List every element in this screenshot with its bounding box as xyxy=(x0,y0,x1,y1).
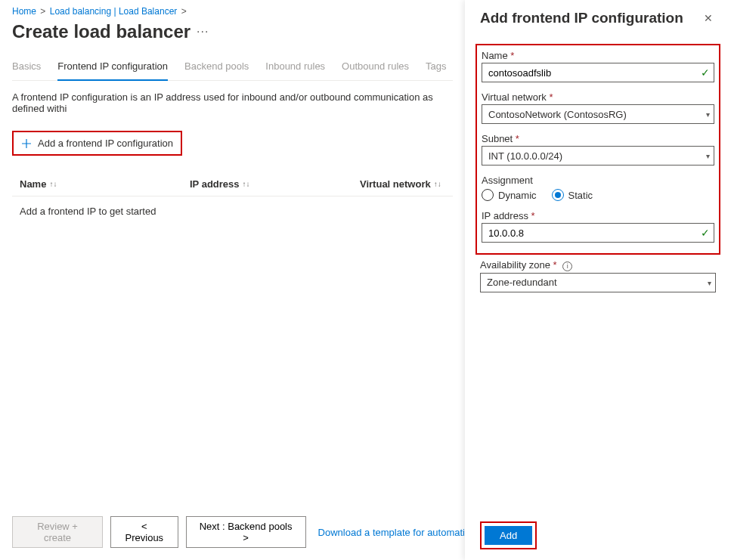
side-panel: Add frontend IP configuration ✕ Name * ✓… xyxy=(465,0,731,560)
previous-button[interactable]: < Previous xyxy=(110,516,178,548)
add-frontend-ip-label: Add a frontend IP configuration xyxy=(38,138,173,149)
main-page: Home > Load balancing | Load Balancer > … xyxy=(0,0,465,560)
column-ip[interactable]: IP address ↑↓ xyxy=(190,178,360,190)
page-title: Create load balancer xyxy=(12,21,190,42)
column-vnet-label: Virtual network xyxy=(360,178,431,190)
assignment-dynamic-label: Dynamic xyxy=(498,190,537,201)
next-button[interactable]: Next : Backend pools > xyxy=(186,516,306,548)
breadcrumb: Home > Load balancing | Load Balancer > xyxy=(12,6,453,17)
subnet-dropdown[interactable]: INT (10.0.0.0/24) xyxy=(482,146,714,166)
column-name[interactable]: Name ↑↓ xyxy=(20,178,190,190)
tab-frontend-ip[interactable]: Frontend IP configuration xyxy=(57,56,168,81)
plus-icon xyxy=(21,138,32,149)
radio-icon xyxy=(482,189,494,201)
column-ip-label: IP address xyxy=(190,178,240,190)
name-label: Name * xyxy=(482,50,714,61)
review-create-button: Review + create xyxy=(12,516,103,548)
sort-icon: ↑↓ xyxy=(243,180,250,188)
subnet-label: Subnet * xyxy=(482,133,714,144)
add-button-highlight: Add xyxy=(480,521,537,549)
info-icon[interactable]: i xyxy=(562,261,572,271)
more-icon[interactable]: ··· xyxy=(197,25,209,39)
panel-title: Add frontend IP configuration xyxy=(480,10,683,26)
add-button[interactable]: Add xyxy=(485,526,532,545)
az-dropdown[interactable]: Zone-redundant xyxy=(480,273,716,292)
az-label: Availability zone * i xyxy=(480,259,716,271)
tab-description: A frontend IP configuration is an IP add… xyxy=(12,91,453,114)
add-frontend-ip-button[interactable]: Add a frontend IP configuration xyxy=(12,131,182,156)
close-icon[interactable]: ✕ xyxy=(701,9,716,27)
assignment-dynamic-radio[interactable]: Dynamic xyxy=(482,189,537,201)
sort-icon: ↑↓ xyxy=(49,180,57,188)
assignment-static-radio[interactable]: Static xyxy=(552,189,593,201)
ip-input[interactable] xyxy=(482,223,714,243)
ip-label: IP address * xyxy=(482,210,714,221)
column-name-label: Name xyxy=(20,178,46,190)
table-empty-message: Add a frontend IP to get started xyxy=(12,196,453,226)
sort-icon: ↑↓ xyxy=(434,180,441,188)
breadcrumb-loadbalancing[interactable]: Load balancing | Load Balancer xyxy=(50,6,178,17)
panel-footer: Add xyxy=(480,521,537,549)
tab-inbound-rules[interactable]: Inbound rules xyxy=(265,56,325,80)
name-input[interactable] xyxy=(482,63,714,82)
column-vnet[interactable]: Virtual network ↑↓ xyxy=(360,178,445,190)
table-header: Name ↑↓ IP address ↑↓ Virtual network ↑↓ xyxy=(12,172,453,196)
breadcrumb-sep: > xyxy=(40,6,45,17)
tabs: Basics Frontend IP configuration Backend… xyxy=(12,56,453,81)
breadcrumb-sep: > xyxy=(181,6,187,17)
highlighted-fields: Name * ✓ Virtual network * ContosoNetwor… xyxy=(475,44,720,255)
vnet-dropdown[interactable]: ContosoNetwork (ContososRG) xyxy=(482,104,714,124)
download-template-link[interactable]: Download a template for automati xyxy=(318,527,465,538)
vnet-label: Virtual network * xyxy=(482,91,714,103)
tab-tags[interactable]: Tags xyxy=(426,56,446,80)
assignment-static-label: Static xyxy=(568,190,593,201)
tab-basics[interactable]: Basics xyxy=(12,56,41,80)
assignment-label: Assignment xyxy=(482,175,714,186)
tab-outbound-rules[interactable]: Outbound rules xyxy=(342,56,409,80)
wizard-footer: Review + create < Previous Next : Backen… xyxy=(12,516,465,548)
radio-icon xyxy=(552,189,564,201)
breadcrumb-home[interactable]: Home xyxy=(12,6,36,17)
tab-backend-pools[interactable]: Backend pools xyxy=(184,56,249,80)
